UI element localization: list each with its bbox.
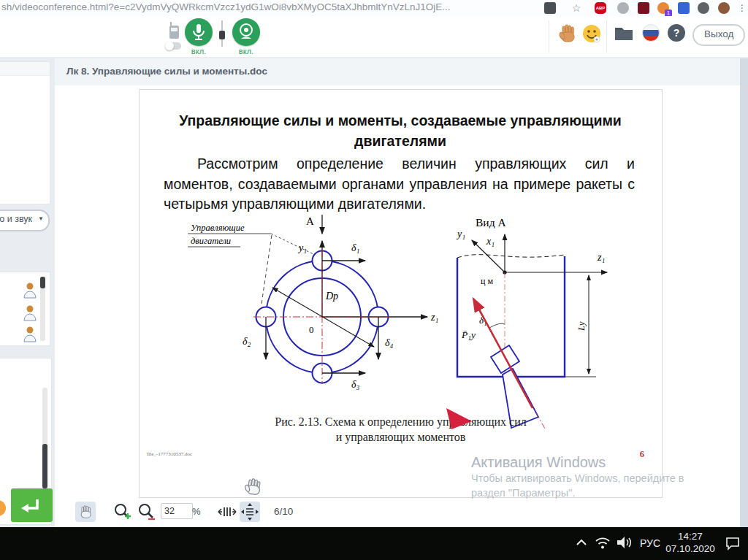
zoom-level-input[interactable] <box>161 503 193 519</box>
slide-page-number: 6 <box>640 449 644 460</box>
presentation-header: Лк 8. Управляющие силы и моменты.doc <box>55 58 740 86</box>
toolbar-divider <box>549 20 549 53</box>
figure-caption-line1: Рис. 2.13. Схема к определению управляющ… <box>140 415 662 429</box>
scrollbar-thumb[interactable] <box>40 277 45 288</box>
left-panel-top <box>0 61 50 204</box>
svg-text:у₁: у₁ <box>297 242 307 253</box>
zoom-in-icon <box>112 502 132 522</box>
svg-text:А: А <box>306 215 314 227</box>
hand-tool-icon <box>75 502 96 522</box>
microphone-status: вкл. <box>185 47 213 55</box>
chat-emoji-icon[interactable] <box>0 500 6 516</box>
participant-avatar[interactable] <box>23 283 37 299</box>
hand-cursor <box>244 477 266 500</box>
taskbar-date: 07.10.2020 <box>661 543 720 554</box>
file-note: file_-1777310537.doc <box>147 451 192 457</box>
slide-title: Управляющие силы и моменты, создаваемые … <box>167 110 634 152</box>
send-message-button[interactable] <box>11 488 53 522</box>
toolbar-divider <box>606 20 607 53</box>
svg-text:δ₄: δ₄ <box>385 337 394 348</box>
dropdown-label: о и звук <box>0 214 32 224</box>
figure-caption-line2: и управляющих моментов <box>140 431 662 444</box>
emoji-reactions-icon[interactable] <box>582 24 601 43</box>
adobe-extension-icon[interactable] <box>638 2 649 14</box>
scrollbar-thumb[interactable] <box>42 444 47 488</box>
send-enter-icon <box>11 488 53 522</box>
exit-button[interactable]: Выход <box>692 24 745 46</box>
svg-text:Lу: Lу <box>576 321 587 331</box>
left-panel-header <box>0 62 50 76</box>
extension-blue-icon[interactable] <box>678 2 690 14</box>
participants-panel <box>0 272 50 346</box>
svg-text:Dр: Dр <box>325 291 338 302</box>
viewer-toolbar: % 6/10 <box>55 499 740 527</box>
toggle-knob <box>165 42 174 50</box>
webcam-button[interactable] <box>232 18 260 46</box>
zoom-out-icon <box>136 502 156 522</box>
url-text[interactable]: sh/videoconference.html?e=c2VydmVyQWRkcm… <box>1 1 513 12</box>
language-flag-icon[interactable] <box>642 24 660 42</box>
fit-page-icon <box>240 502 260 522</box>
clock[interactable]: 14:27 07.10.2020 <box>661 531 720 554</box>
fit-page-button[interactable] <box>240 502 260 522</box>
fit-width-button[interactable] <box>217 502 237 524</box>
svg-text:0: 0 <box>309 324 314 335</box>
adblock-icon[interactable]: ABP <box>595 2 606 14</box>
zoom-in-button[interactable] <box>112 502 132 525</box>
browser-menu-icon[interactable]: ⋮ <box>736 2 748 14</box>
presenter-pointer <box>446 406 475 432</box>
screen: sh/videoconference.html?e=c2VydmVyQWRkcm… <box>0 0 748 560</box>
help-button[interactable]: ? <box>668 24 685 42</box>
document-title: Лк 8. Управляющие силы и моменты.doc <box>66 66 267 77</box>
chat-panel <box>0 358 52 525</box>
volume-slider[interactable] <box>221 20 223 47</box>
side-view-diagram: Вид А х₁ у₁ z₁ ц м Lу <box>435 212 618 433</box>
svg-text:у₁: у₁ <box>456 229 465 239</box>
svg-text:δ₂: δ₂ <box>243 336 251 347</box>
extension-orange-icon[interactable]: 1 <box>657 2 669 14</box>
browser-address-bar[interactable]: sh/videoconference.html?e=c2VydmVyQWRkcm… <box>0 0 748 17</box>
svg-text:х₁: х₁ <box>486 236 495 247</box>
percent-sign: % <box>192 506 201 517</box>
svg-text:Вид А: Вид А <box>476 216 506 229</box>
raise-hand-icon[interactable] <box>559 24 578 45</box>
puzzle-extensions-icon[interactable] <box>698 2 709 14</box>
svg-text:δ₁: δ₁ <box>351 242 359 253</box>
pan-tool-button[interactable] <box>75 502 96 522</box>
svg-text:z₁: z₁ <box>597 252 605 263</box>
microphone-icon <box>185 18 213 46</box>
bookmark-star-icon[interactable]: ☆ <box>570 2 582 14</box>
slide-viewer: Управляющие силы и моменты, создаваемые … <box>55 85 740 527</box>
browser-scrollbar[interactable] <box>740 58 748 527</box>
wifi-icon[interactable] <box>595 535 611 550</box>
question-mark-icon: ? <box>673 27 680 39</box>
participant-avatar[interactable] <box>23 305 37 321</box>
conference-toolbar: вкл. вкл. <box>0 16 748 58</box>
slider-handle[interactable] <box>219 31 225 39</box>
page-indicator: 6/10 <box>274 506 293 517</box>
zoom-out-button[interactable] <box>136 502 156 525</box>
folder-icon[interactable] <box>614 25 633 41</box>
language-indicator[interactable]: РУС <box>640 537 660 549</box>
volume-icon[interactable] <box>616 535 633 550</box>
page-extension-icon[interactable] <box>544 2 556 14</box>
action-center-icon[interactable] <box>725 536 741 551</box>
webcam-icon <box>232 18 260 46</box>
extension-gray-icon[interactable] <box>617 2 629 14</box>
front-view-diagram: А у₁ z₁ Dр 0 δ₁ δ₂ δ₄ <box>160 209 446 407</box>
fit-width-icon <box>217 502 237 521</box>
participants-scrollbar[interactable] <box>40 277 45 341</box>
profile-avatar[interactable] <box>718 2 730 14</box>
svg-text:P̄₁у: P̄₁у <box>461 329 476 340</box>
svg-text:Управляющие: Управляющие <box>191 223 245 233</box>
phone-device-icon[interactable] <box>167 21 183 40</box>
taskbar-time: 14:27 <box>661 531 720 542</box>
hidden-icons-chevron[interactable] <box>576 538 587 548</box>
participant-avatar[interactable] <box>23 326 37 342</box>
webcam-status: вкл. <box>232 47 260 55</box>
phone-toggle[interactable] <box>165 42 181 50</box>
svg-text:ц м: ц м <box>481 276 493 286</box>
chevron-down-icon: ▼ <box>38 215 44 222</box>
audio-video-dropdown[interactable]: о и звук ▼ <box>0 210 50 231</box>
microphone-button[interactable] <box>185 18 213 46</box>
